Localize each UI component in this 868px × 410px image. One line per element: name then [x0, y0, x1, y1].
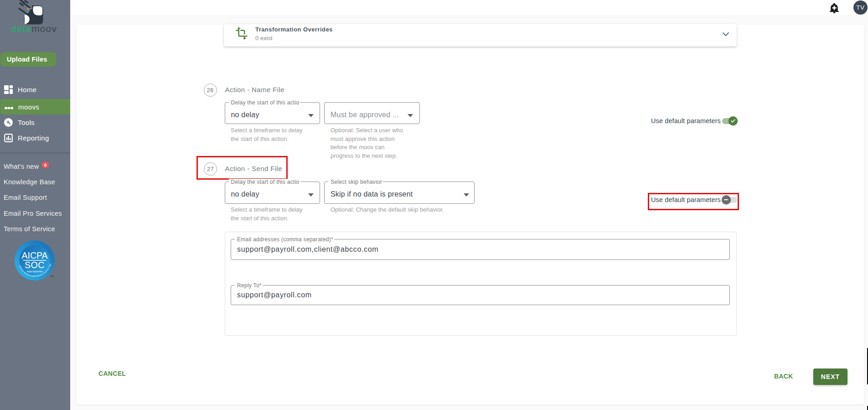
- svg-text:aicpa.org/soc4so: aicpa.org/soc4so: [27, 270, 43, 273]
- svg-text:AICPA: AICPA: [21, 250, 47, 260]
- svg-text:SOC: SOC: [25, 260, 45, 270]
